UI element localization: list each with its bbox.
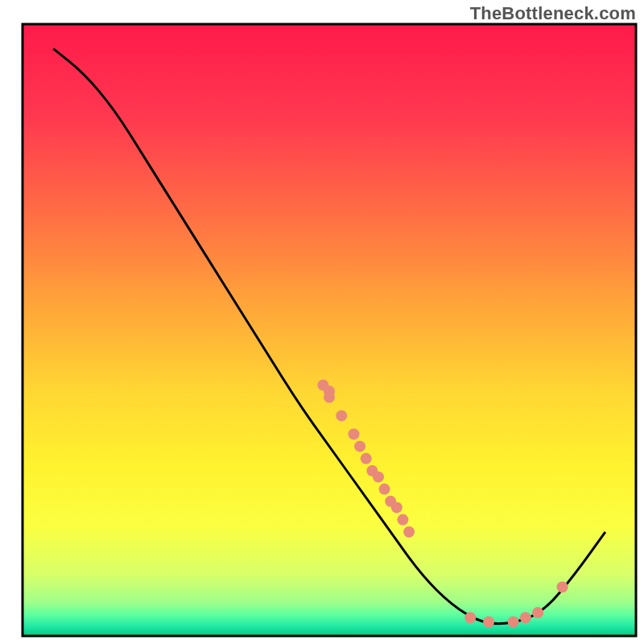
data-point bbox=[373, 471, 384, 482]
data-point bbox=[532, 607, 543, 618]
chart-background bbox=[23, 24, 636, 636]
bottleneck-curve-chart bbox=[0, 0, 644, 644]
data-point bbox=[361, 453, 372, 464]
data-point bbox=[403, 526, 415, 538]
data-point bbox=[464, 612, 476, 623]
data-point bbox=[354, 440, 365, 452]
data-point bbox=[324, 392, 335, 403]
data-point bbox=[520, 612, 531, 623]
data-point bbox=[557, 581, 568, 592]
data-point bbox=[483, 617, 494, 628]
data-point bbox=[508, 617, 519, 628]
data-point bbox=[336, 410, 347, 421]
data-point bbox=[391, 502, 402, 513]
data-point bbox=[348, 428, 359, 440]
chart-container: TheBottleneck.com bbox=[0, 0, 644, 644]
data-point bbox=[397, 514, 408, 526]
data-point bbox=[379, 484, 390, 495]
watermark-text: TheBottleneck.com bbox=[470, 3, 636, 24]
